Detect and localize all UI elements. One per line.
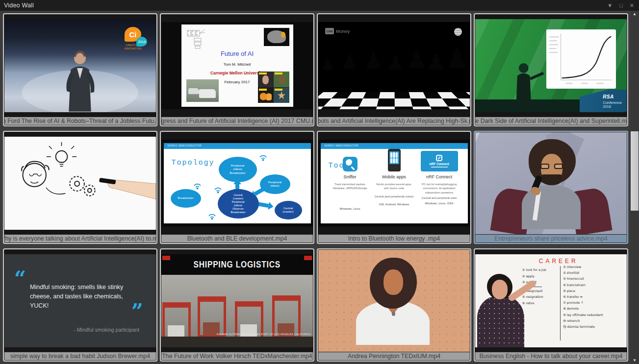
node-label: Broadcaster xyxy=(178,196,193,200)
thumbnail-entrepreneur xyxy=(475,132,627,234)
tedx-logo xyxy=(162,256,170,260)
node-central-multi: Central (master) Peripheral (slave) Obse… xyxy=(218,189,259,218)
node-peripheral-broadcaster: Peripheral (slave) Broadcaster xyxy=(219,157,257,182)
video-cell-future-of-work[interactable]: KALMAR AUTOMATED VEHICLES PORT OF LOS AN… xyxy=(160,248,314,362)
thumbnail-area: “ Mindful smoking: smells like stinky ch… xyxy=(4,250,156,352)
presenter xyxy=(475,274,534,347)
video-cell-martin-ford[interactable]: Ci 2016 CREATIVE INNOVATION tin Ford The… xyxy=(3,13,157,126)
list-item: ④ train/retrain xyxy=(563,282,603,288)
rsa-conference-logo: RSA Conference 2016 xyxy=(580,90,627,112)
quote-text: Mindful smoking: smells like stinky chee… xyxy=(30,283,133,310)
money-label: Money xyxy=(336,28,350,34)
video-cell-ble-development[interactable]: NORDIC SEMICONDUCTOR Topology xyxy=(160,131,314,244)
glasses xyxy=(540,164,563,169)
desc-line: with source code xyxy=(384,187,404,190)
maximize-icon[interactable]: □ xyxy=(619,2,623,8)
nordic-header: NORDIC SEMICONDUCTOR xyxy=(321,143,468,149)
video-cell-andrea-pennington[interactable]: Andrea Pennington TEDxIUM.mp4 xyxy=(317,248,471,362)
ci-logo-year: 2016 xyxy=(136,37,147,47)
tool-name: Sniffer xyxy=(329,174,372,179)
tool-os: Windows, Linux xyxy=(329,207,372,210)
tool-name: Mobile apps xyxy=(373,174,416,179)
node-label: Central xyxy=(233,194,242,197)
tool-description: Track transmitted packets Hardware: nRF5… xyxy=(329,182,372,191)
slide-title: Future of AI xyxy=(181,50,293,57)
scroll-down-icon[interactable]: ▼ xyxy=(630,357,639,364)
close-icon[interactable]: ✕ xyxy=(630,2,634,9)
video-cell-intro-ble[interactable]: NORDIC SEMICONDUCTOR Tools Sniffer Track… xyxy=(317,131,471,244)
video-cell-future-of-ai[interactable]: Future of AI Tom M. Mitchell Carnegie Me… xyxy=(160,13,314,126)
list-item: ⑧ demote xyxy=(563,306,603,312)
tedx-logo xyxy=(304,256,312,260)
link-icon xyxy=(436,155,442,161)
nrf-card-label: nRF Connect xyxy=(429,162,449,166)
tools-column-mobile: Mobile apps Nordic provides several apps… xyxy=(373,149,416,206)
topology-slide: NORDIC SEMICONDUCTOR Topology xyxy=(164,143,311,223)
video-cell-bad-habit[interactable]: “ Mindful smoking: smells like stinky ch… xyxy=(3,248,157,362)
thumbnail-area xyxy=(318,250,470,352)
close-quote-icon: ” xyxy=(131,299,143,323)
node-central-master: Central (master) xyxy=(275,201,302,219)
tool-os: Windows, Linux, OSX xyxy=(418,202,461,205)
video-caption: obots and Artificial Intelligence(AI) Ar… xyxy=(318,117,470,125)
title-banner: SHIPPING LOGISTICS xyxy=(161,254,313,275)
pawn-icon: ♟ xyxy=(341,50,358,73)
node-label: (slave) xyxy=(234,204,242,207)
desc-line: Hardware: nRF51DK/Dongle xyxy=(332,187,367,190)
video-caption: Why is everyone talking about Artificial… xyxy=(4,235,156,243)
video-caption: Andrea Pennington TEDxIUM.mp4 xyxy=(318,352,470,360)
node-label: Peripheral xyxy=(231,164,244,168)
list-item: ⑤ place xyxy=(563,288,603,294)
thumbnail-area: KALMAR AUTOMATED VEHICLES PORT OF LOS AN… xyxy=(161,250,313,352)
video-cell-dark-side-ai[interactable]: RSA Conference 2016 he Dark Side of Arti… xyxy=(474,13,628,126)
whiteboard-sketch xyxy=(4,137,156,230)
presenter-body xyxy=(477,296,524,347)
desc-line: Nordic provides several apps, xyxy=(376,183,411,186)
necklace-pendant xyxy=(392,312,395,316)
column-divider xyxy=(560,266,561,340)
thumbnail-topology: NORDIC SEMICONDUCTOR Topology xyxy=(161,140,313,227)
video-cell-why-ai[interactable]: Why is everyone talking about Artificial… xyxy=(3,131,157,244)
menu-arrow-icon[interactable]: ▼ xyxy=(607,2,613,8)
node-label: Central xyxy=(283,207,293,211)
scrollbar-thumb[interactable] xyxy=(631,131,639,211)
video-caption: Bluetooth and BLE development.mp4 xyxy=(161,235,313,243)
thumbnail-slide: Future of AI Tom M. Mitchell Carnegie Me… xyxy=(161,22,313,109)
pawn-icon: ♟ xyxy=(387,51,405,74)
rsa-label: RSA xyxy=(603,94,614,99)
sniffer-icon xyxy=(343,157,358,171)
career-list-right: ① interview ② shortlist ③ hire/recruit ④… xyxy=(563,264,603,330)
video-caption: The Future of Work Volker Hirsch TEDxMan… xyxy=(161,352,313,360)
video-cell-robots-replacing[interactable]: ♟ ♟ ♟ ♟ ♟ ♟ ♟ CNN Money obots and Artifi… xyxy=(317,13,471,126)
video-grid: Ci 2016 CREATIVE INNOVATION tin Ford The… xyxy=(0,11,630,364)
desc-line: PC tool for testing/debugging xyxy=(422,183,457,186)
cnn-logo-box: CNN xyxy=(325,28,334,34)
tools-column-nrf: nRF Connect nRF Connect PC tool for test… xyxy=(418,151,461,205)
phone-icon xyxy=(388,149,401,171)
tool-description: Nordic provides several apps, with sourc… xyxy=(373,182,416,191)
list-item: ① look for a job xyxy=(522,267,546,273)
window-title: Video Wall xyxy=(0,2,34,9)
pawn-icon: ♟ xyxy=(406,46,428,74)
thumbnail-doodle xyxy=(4,137,156,230)
tool-name: nRF Connect xyxy=(418,174,461,179)
node-label: Peripheral xyxy=(232,200,245,204)
list-item: ⑪ dismiss terminate xyxy=(563,324,603,330)
straddle-carrier xyxy=(272,295,301,339)
desc-line: connections: do application xyxy=(423,187,455,190)
video-cell-business-english[interactable]: CAREER ① look for a job ② apply ③ submit… xyxy=(474,248,628,362)
video-cell-entrepreneurs-selected[interactable]: Entrepreneurs share priceless advice.mp4 xyxy=(474,131,628,244)
node-label: (slave) xyxy=(233,168,242,171)
scroll-up-icon[interactable]: ▲ xyxy=(630,11,639,18)
node-label: (master) xyxy=(233,197,243,200)
node-label: Broadcaster xyxy=(230,211,245,214)
thumbnail-area: NORDIC SEMICONDUCTOR Topology xyxy=(161,132,313,234)
neural-network-sketch xyxy=(186,28,210,49)
ground xyxy=(161,337,313,347)
vertical-scrollbar[interactable]: ▲ ▼ xyxy=(630,11,639,364)
pawn-icon: ♟ xyxy=(320,54,335,74)
quote-line: YUCK! xyxy=(30,302,49,309)
presenter-face xyxy=(492,280,508,299)
tools-slide: NORDIC SEMICONDUCTOR Tools Sniffer Track… xyxy=(321,143,468,223)
list-item: ③ hire/recruit xyxy=(563,276,603,282)
